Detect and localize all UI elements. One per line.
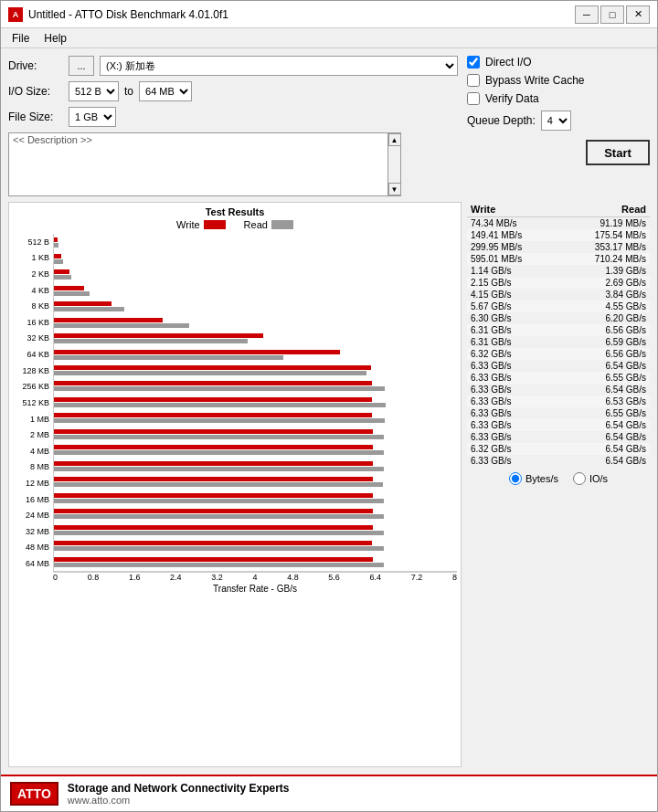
result-row-7: 5.67 GB/s4.55 GB/s	[467, 301, 650, 312]
result-read-15: 6.53 GB/s	[606, 396, 646, 406]
radio-bytes-label: Bytes/s	[525, 473, 558, 484]
y-label-32kb: 32 KB	[27, 333, 49, 343]
drive-select[interactable]: (X:) 新加卷	[100, 56, 458, 76]
read-bar-6	[54, 339, 248, 343]
result-row-17: 6.33 GB/s6.54 GB/s	[467, 419, 650, 431]
menu-help[interactable]: Help	[37, 30, 74, 47]
result-read-3: 710.24 MB/s	[595, 254, 646, 264]
bar-row-512KB	[54, 395, 457, 410]
result-write-20: 6.33 GB/s	[471, 456, 511, 466]
result-read-7: 4.55 GB/s	[606, 301, 646, 311]
write-bar-16	[54, 493, 373, 498]
chart-legend: Write Read	[13, 219, 457, 230]
bypass-write-cache-row: Bypass Write Cache	[467, 74, 650, 87]
footer-tagline-bold: Storage and Network Connectivity Experts	[68, 782, 290, 795]
bar-row-8KB	[54, 299, 457, 314]
y-label-16mb: 16 MB	[26, 495, 49, 504]
chart-body: 512 B 1 KB 2 KB 4 KB 8 KB 16 KB 32 KB 64…	[13, 234, 457, 572]
result-write-15: 6.33 GB/s	[471, 396, 511, 406]
result-write-17: 6.33 GB/s	[471, 420, 511, 430]
scroll-up-arrow[interactable]: ▲	[388, 133, 401, 146]
menu-file[interactable]: File	[5, 30, 37, 47]
bar-row-512B	[54, 235, 457, 250]
bypass-write-cache-label: Bypass Write Cache	[485, 74, 585, 87]
file-size-select[interactable]: 1 GB	[69, 107, 116, 127]
close-button[interactable]: ✕	[626, 5, 650, 24]
title-bar: A Untitled - ATTO Disk Benchmark 4.01.0f…	[1, 1, 657, 28]
bar-row-16KB	[54, 315, 457, 331]
io-size-to-select[interactable]: 64 MB	[139, 81, 192, 101]
footer-text-container: Storage and Network Connectivity Experts…	[68, 782, 290, 806]
result-row-3: 595.01 MB/s710.24 MB/s	[467, 253, 650, 265]
write-bar-15	[54, 477, 373, 481]
result-read-9: 6.56 GB/s	[606, 325, 646, 335]
queue-depth-select[interactable]: 4	[541, 111, 571, 131]
legend-write: Write	[176, 219, 225, 230]
browse-button[interactable]: ...	[69, 56, 94, 76]
result-row-6: 4.15 GB/s3.84 GB/s	[467, 289, 650, 301]
result-row-10: 6.31 GB/s6.59 GB/s	[467, 336, 650, 348]
radio-io-item: IO/s	[573, 472, 608, 485]
result-row-11: 6.32 GB/s6.56 GB/s	[467, 348, 650, 360]
y-label-1mb: 1 MB	[30, 415, 49, 424]
write-bar-4	[54, 301, 111, 306]
result-read-18: 6.54 GB/s	[606, 432, 646, 442]
result-write-6: 4.15 GB/s	[471, 290, 511, 300]
x-axis-container: 0 0.8 1.6 2.4 3.2 4 4.8 5.6 6.4 7.2 8 Tr…	[13, 572, 457, 594]
footer-tagline: Storage and Network Connectivity Experts	[68, 782, 290, 795]
right-controls: Direct I/O Bypass Write Cache Verify Dat…	[467, 56, 650, 196]
bar-row-16MB	[54, 490, 457, 506]
verify-data-checkbox[interactable]	[467, 92, 480, 105]
main-content: Drive: ... (X:) 新加卷 I/O Size: 512 B to 6…	[1, 48, 657, 775]
bar-row-128KB	[54, 363, 457, 378]
y-axis-labels: 512 B 1 KB 2 KB 4 KB 8 KB 16 KB 32 KB 64…	[13, 234, 53, 572]
read-bar-19	[54, 546, 384, 551]
bypass-write-cache-checkbox[interactable]	[467, 74, 480, 87]
radio-row: Bytes/s IO/s	[467, 472, 650, 485]
queue-depth-label: Queue Depth:	[467, 114, 536, 127]
result-read-8: 6.20 GB/s	[606, 313, 646, 323]
minimize-button[interactable]: ─	[575, 5, 599, 24]
bar-row-24MB	[54, 506, 457, 522]
result-read-19: 6.54 GB/s	[606, 444, 646, 454]
result-read-14: 6.54 GB/s	[606, 385, 646, 395]
result-read-1: 175.54 MB/s	[595, 230, 646, 240]
start-button[interactable]: Start	[586, 140, 650, 165]
menu-bar: File Help	[1, 28, 657, 48]
result-write-18: 6.33 GB/s	[471, 432, 511, 442]
write-bar-10	[54, 397, 372, 402]
write-bar-19	[54, 541, 372, 545]
file-size-label: File Size:	[8, 111, 63, 123]
result-row-16: 6.33 GB/s6.55 GB/s	[467, 407, 650, 419]
result-row-18: 6.33 GB/s6.54 GB/s	[467, 431, 650, 443]
direct-io-row: Direct I/O	[467, 56, 650, 69]
y-label-8kb: 8 KB	[31, 301, 49, 311]
bar-row-8MB	[54, 459, 457, 474]
result-write-8: 6.30 GB/s	[471, 313, 511, 323]
read-bar-7	[54, 355, 283, 360]
direct-io-checkbox[interactable]	[467, 56, 480, 69]
scroll-down-arrow[interactable]: ▼	[388, 183, 401, 195]
results-rows: 74.34 MB/s91.19 MB/s149.41 MB/s175.54 MB…	[467, 217, 650, 467]
window-controls: ─ □ ✕	[575, 5, 650, 24]
result-row-1: 149.41 MB/s175.54 MB/s	[467, 229, 650, 241]
bar-row-64KB	[54, 347, 457, 363]
legend-write-color	[204, 220, 226, 229]
y-label-4mb: 4 MB	[30, 447, 49, 456]
chart-title: Test Results	[13, 206, 457, 217]
io-size-from-select[interactable]: 512 B	[69, 81, 119, 101]
legend-read-color	[271, 220, 293, 229]
y-label-512b: 512 B	[27, 237, 49, 247]
read-bar-2	[54, 275, 71, 279]
radio-bytes-item: Bytes/s	[509, 472, 558, 485]
radio-io-label: IO/s	[589, 473, 608, 484]
description-scrollbar[interactable]: ▲ ▼	[387, 133, 400, 195]
maximize-button[interactable]: □	[600, 5, 624, 24]
left-controls: Drive: ... (X:) 新加卷 I/O Size: 512 B to 6…	[8, 56, 458, 196]
radio-bytes[interactable]	[509, 472, 522, 485]
radio-io[interactable]	[573, 472, 586, 485]
x-axis-ticks: 0 0.8 1.6 2.4 3.2 4 4.8 5.6 6.4 7.2 8	[53, 572, 457, 582]
write-bar-6	[54, 333, 263, 338]
result-read-16: 6.55 GB/s	[606, 408, 646, 418]
atto-logo: ATTO	[10, 782, 58, 806]
